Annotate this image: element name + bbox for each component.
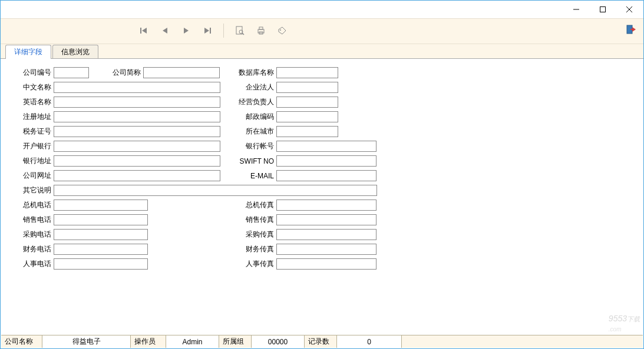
print-button[interactable] xyxy=(255,24,267,37)
svg-point-17 xyxy=(280,29,281,31)
svg-marker-6 xyxy=(163,28,167,34)
tag-button[interactable] xyxy=(276,24,289,37)
input-bank[interactable] xyxy=(54,141,220,152)
label-fin-fax: 财务传真 xyxy=(239,244,276,254)
label-email: E-MAIL xyxy=(239,172,276,180)
toolbar-separator xyxy=(223,24,224,38)
status-records-label: 记录数 xyxy=(305,335,337,348)
next-record-button[interactable] xyxy=(180,24,193,37)
exit-button[interactable] xyxy=(626,24,639,36)
label-swift: SWIFT NO xyxy=(239,157,276,165)
svg-line-12 xyxy=(242,33,244,35)
input-tax-no[interactable] xyxy=(54,126,220,137)
input-purch-fax[interactable] xyxy=(276,229,377,240)
input-hr-fax[interactable] xyxy=(276,258,377,270)
toolbar xyxy=(1,18,643,44)
status-records: 0 xyxy=(337,335,402,348)
input-main-fax[interactable] xyxy=(276,200,377,211)
input-bank-addr[interactable] xyxy=(54,155,220,167)
form-panel: 公司编号 公司简称 数据库名称 中文名称 企业法人 英语名称 经营负责人 xyxy=(1,58,643,335)
input-sales-fax[interactable] xyxy=(276,214,377,225)
label-postcode: 邮政编码 xyxy=(239,112,276,122)
preview-button[interactable] xyxy=(233,24,246,37)
status-bar: 公司名称 得益电子 操作员 Admin 所属组 00000 记录数 0 xyxy=(1,335,643,348)
maximize-button[interactable] xyxy=(589,1,616,18)
title-bar xyxy=(1,1,643,18)
label-bank: 开户银行 xyxy=(21,141,54,151)
label-manager: 经营负责人 xyxy=(239,97,276,107)
svg-marker-16 xyxy=(279,27,286,34)
svg-rect-1 xyxy=(600,7,605,12)
label-fin-phone: 财务电话 xyxy=(21,244,54,254)
input-legal-person[interactable] xyxy=(276,82,338,93)
input-chinese-name[interactable] xyxy=(54,82,220,93)
label-company-id: 公司编号 xyxy=(21,68,54,78)
input-main-phone[interactable] xyxy=(54,200,148,211)
label-english-name: 英语名称 xyxy=(21,97,54,107)
tab-bar: 详细字段 信息浏览 xyxy=(1,44,643,58)
label-city: 所在城市 xyxy=(239,127,276,137)
label-hr-phone: 人事电话 xyxy=(21,259,54,269)
input-sales-phone[interactable] xyxy=(54,214,148,225)
svg-marker-7 xyxy=(184,28,189,34)
status-company-name-label: 公司名称 xyxy=(1,335,42,348)
label-hr-fax: 人事传真 xyxy=(239,259,276,269)
svg-marker-8 xyxy=(204,28,209,34)
input-email[interactable] xyxy=(276,170,377,181)
prev-record-button[interactable] xyxy=(158,24,171,37)
input-reg-address[interactable] xyxy=(54,111,220,122)
input-other-note[interactable] xyxy=(54,185,377,196)
status-company-name: 得益电子 xyxy=(42,335,131,348)
label-legal-person: 企业法人 xyxy=(239,82,276,92)
input-hr-phone[interactable] xyxy=(54,258,148,270)
label-db-name: 数据库名称 xyxy=(239,68,276,78)
input-company-id[interactable] xyxy=(54,67,89,78)
label-chinese-name: 中文名称 xyxy=(21,82,54,92)
input-swift[interactable] xyxy=(276,155,377,167)
status-operator-label: 操作员 xyxy=(131,335,166,348)
input-bank-acct[interactable] xyxy=(276,141,377,152)
label-sales-fax: 销售传真 xyxy=(239,215,276,225)
input-website[interactable] xyxy=(54,170,220,181)
last-record-button[interactable] xyxy=(201,24,214,37)
label-reg-address: 注册地址 xyxy=(21,112,54,122)
minimize-button[interactable] xyxy=(563,1,589,18)
status-group: 00000 xyxy=(252,335,305,348)
label-company-abbr: 公司简称 xyxy=(110,68,143,78)
input-english-name[interactable] xyxy=(54,97,220,108)
svg-marker-5 xyxy=(142,28,147,34)
input-company-abbr[interactable] xyxy=(143,67,220,78)
tab-detail[interactable]: 详细字段 xyxy=(5,45,51,59)
label-sales-phone: 销售电话 xyxy=(21,215,54,225)
label-bank-acct: 银行帐号 xyxy=(239,141,276,151)
input-manager[interactable] xyxy=(276,97,338,108)
label-bank-addr: 银行地址 xyxy=(21,156,54,166)
input-db-name[interactable] xyxy=(276,67,338,78)
close-button[interactable] xyxy=(616,1,642,18)
svg-rect-20 xyxy=(630,29,634,30)
tab-browse[interactable]: 信息浏览 xyxy=(52,45,98,59)
svg-rect-4 xyxy=(140,28,141,34)
label-other-note: 其它说明 xyxy=(21,185,54,195)
svg-rect-14 xyxy=(259,27,263,29)
input-fin-fax[interactable] xyxy=(276,244,377,255)
label-website: 公司网址 xyxy=(21,171,54,181)
input-purch-phone[interactable] xyxy=(54,229,148,240)
first-record-button[interactable] xyxy=(137,24,150,37)
label-tax-no: 税务证号 xyxy=(21,127,54,137)
status-operator: Admin xyxy=(166,335,219,348)
input-city[interactable] xyxy=(276,126,338,137)
input-postcode[interactable] xyxy=(276,111,338,122)
status-group-label: 所属组 xyxy=(219,335,252,348)
watermark: 9553下载.com xyxy=(609,314,640,333)
label-main-phone: 总机电话 xyxy=(21,200,54,210)
svg-rect-9 xyxy=(210,28,211,34)
label-main-fax: 总机传真 xyxy=(239,200,276,210)
label-purch-phone: 采购电话 xyxy=(21,230,54,240)
input-fin-phone[interactable] xyxy=(54,244,148,255)
label-purch-fax: 采购传真 xyxy=(239,230,276,240)
